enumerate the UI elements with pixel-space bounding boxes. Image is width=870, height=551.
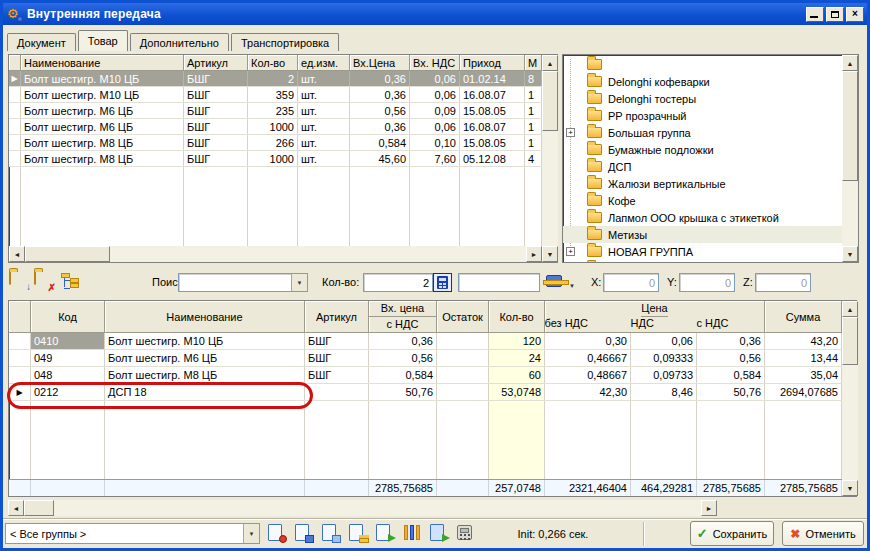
- col-header-price-group[interactable]: Цена без НДС НДС с НДС: [545, 301, 765, 333]
- tree-item[interactable]: Одарюк С.К. СПД ФЛ: [563, 260, 842, 262]
- scroll-right-icon[interactable]: ►: [526, 246, 542, 262]
- cell-name[interactable]: Болт шестигр. М10 ЦБ: [21, 71, 184, 86]
- cell-m[interactable]: 1: [525, 103, 542, 118]
- cell-sum[interactable]: 2694,07685: [765, 384, 842, 400]
- tab-additional[interactable]: Дополнительно: [130, 33, 229, 51]
- cell-inprice[interactable]: 0,36: [369, 333, 437, 349]
- cell-sum[interactable]: 13,44: [765, 350, 842, 366]
- z-input[interactable]: [756, 274, 810, 291]
- copy-doc-button[interactable]: [320, 523, 342, 543]
- col-header-inprice[interactable]: Вх. цена с НДС: [369, 301, 437, 333]
- tree-item[interactable]: Лапмол ООО крышка с этикеткой: [563, 209, 842, 226]
- cell-novat[interactable]: 42,30: [545, 384, 631, 400]
- col-header-arrival[interactable]: Приход: [460, 55, 525, 71]
- search-input[interactable]: [179, 274, 291, 291]
- table-row-current[interactable]: ▶ 0212 ДСП 18 50,76 53,0748 42,30 8,46 5…: [9, 384, 842, 401]
- cell-qty[interactable]: 266: [248, 135, 298, 150]
- table-row[interactable]: Болт шестигр. М10 ЦБ БШГ 359 шт. 0,36 0,…: [9, 87, 542, 103]
- cell-art[interactable]: [305, 384, 369, 400]
- scrollbar-thumb[interactable]: [25, 246, 110, 262]
- cell-m[interactable]: 4: [525, 151, 542, 166]
- cell-vat[interactable]: 0,09333: [631, 350, 697, 366]
- vertical-scrollbar[interactable]: ▲ ▼: [542, 55, 558, 262]
- scroll-right-icon[interactable]: ►: [701, 500, 717, 516]
- col-header-vat[interactable]: НДС: [631, 317, 697, 332]
- cell-art[interactable]: БШГ: [184, 103, 248, 118]
- cell-name[interactable]: Болт шестигр. М6 ЦБ: [21, 119, 184, 134]
- chevron-down-icon[interactable]: ▼: [243, 524, 259, 543]
- cell-vat[interactable]: 8,46: [631, 384, 697, 400]
- cell-art[interactable]: БШГ: [184, 119, 248, 134]
- cell-qty[interactable]: 359: [248, 87, 298, 102]
- cell-name[interactable]: Болт шестигр. М8 ЦБ: [105, 367, 305, 383]
- scrollbar-thumb[interactable]: [24, 500, 54, 516]
- chevron-down-icon[interactable]: ▼: [569, 283, 575, 289]
- tree-item[interactable]: + Большая группа: [563, 124, 842, 141]
- cell-name[interactable]: Болт шестигр. М8 ЦБ: [21, 151, 184, 166]
- table-row[interactable]: 048 Болт шестигр. М8 ЦБ БШГ 0,584 60 0,4…: [9, 367, 842, 384]
- col-header-name[interactable]: Наименование: [105, 301, 305, 333]
- cell-unit[interactable]: шт.: [298, 135, 350, 150]
- cell-name[interactable]: Болт шестигр. М6 ЦБ: [21, 103, 184, 118]
- cell-price[interactable]: 0,36: [350, 71, 410, 86]
- cell-unit[interactable]: шт.: [298, 103, 350, 118]
- col-header-stock[interactable]: Остаток: [437, 301, 489, 333]
- col-header-code[interactable]: Код: [31, 301, 105, 333]
- calculator-button[interactable]: [433, 273, 452, 292]
- cell-art[interactable]: БШГ: [305, 350, 369, 366]
- import-doc-button[interactable]: [293, 523, 315, 543]
- tree-item-selected[interactable]: Метизы: [563, 226, 842, 243]
- cell-name[interactable]: Болт шестигр. М10 ЦБ: [21, 87, 184, 102]
- refresh-doc-button[interactable]: [428, 523, 450, 543]
- add-doc-button[interactable]: [266, 523, 288, 543]
- cell-unit[interactable]: шт.: [298, 119, 350, 134]
- cell-code[interactable]: 049: [31, 350, 105, 366]
- scroll-left-icon[interactable]: ◄: [9, 246, 25, 262]
- table-row[interactable]: 049 Болт шестигр. М6 ЦБ БШГ 0,56 24 0,46…: [9, 350, 842, 367]
- col-header-art[interactable]: Артикул: [305, 301, 369, 333]
- table-row[interactable]: Болт шестигр. М6 ЦБ БШГ 235 шт. 0,56 0,0…: [9, 103, 542, 119]
- cell-m[interactable]: 8: [525, 71, 542, 86]
- cell-price[interactable]: 0,36: [350, 87, 410, 102]
- tree-item[interactable]: PP прозрачный: [563, 107, 842, 124]
- cell-vat[interactable]: 0,06: [631, 333, 697, 349]
- y-input[interactable]: [680, 274, 734, 291]
- scroll-up-icon[interactable]: ▲: [842, 55, 858, 71]
- hierarchy-icon[interactable]: [61, 272, 79, 288]
- tab-transport[interactable]: Транспортировка: [231, 33, 339, 51]
- cell-vat[interactable]: 0,06: [410, 71, 460, 86]
- cell-name[interactable]: Болт шестигр. М8 ЦБ: [21, 135, 184, 150]
- send-doc-button[interactable]: [374, 523, 396, 543]
- tree-item[interactable]: [563, 56, 842, 73]
- cell-withvat[interactable]: 0,584: [697, 367, 765, 383]
- groups-filter-combobox[interactable]: < Все группы > ▼: [5, 523, 260, 544]
- cell-vat[interactable]: 0,09733: [631, 367, 697, 383]
- cell-price[interactable]: 0,36: [350, 119, 410, 134]
- tree-item[interactable]: + НОВАЯ ГРУППА: [563, 243, 842, 260]
- col-header-inprice[interactable]: Вх.Цена: [350, 55, 410, 71]
- cell-qty[interactable]: 1000: [248, 119, 298, 134]
- cell-price[interactable]: 45,60: [350, 151, 410, 166]
- horizontal-scrollbar[interactable]: ◄ ►: [9, 246, 542, 262]
- tree-item[interactable]: Бумажные подложки: [563, 141, 842, 158]
- cell-art[interactable]: БШГ: [184, 135, 248, 150]
- expand-icon[interactable]: +: [566, 247, 575, 256]
- cell-novat[interactable]: 0,48667: [545, 367, 631, 383]
- col-header-unit[interactable]: ед.изм.: [298, 55, 350, 71]
- tree-item[interactable]: Кофе: [563, 192, 842, 209]
- cell-m[interactable]: 1: [525, 135, 542, 150]
- cell-withvat[interactable]: 0,56: [697, 350, 765, 366]
- cell-art[interactable]: БШГ: [305, 367, 369, 383]
- cell-withvat[interactable]: 50,76: [697, 384, 765, 400]
- cell-name[interactable]: Болт шестигр. М10 ЦБ: [105, 333, 305, 349]
- z-field[interactable]: [755, 273, 811, 292]
- tree-vertical-scrollbar[interactable]: ▲ ▼: [842, 55, 858, 262]
- cell-date[interactable]: 16.08.07: [460, 119, 525, 134]
- scrollbar-thumb[interactable]: [842, 71, 858, 181]
- cell-sum[interactable]: 35,04: [765, 367, 842, 383]
- cell-stock[interactable]: [437, 350, 489, 366]
- tree-item[interactable]: Жалюзи вертикальные: [563, 175, 842, 192]
- cell-qty[interactable]: 235: [248, 103, 298, 118]
- cell-novat[interactable]: 0,46667: [545, 350, 631, 366]
- cell-date[interactable]: 05.12.08: [460, 151, 525, 166]
